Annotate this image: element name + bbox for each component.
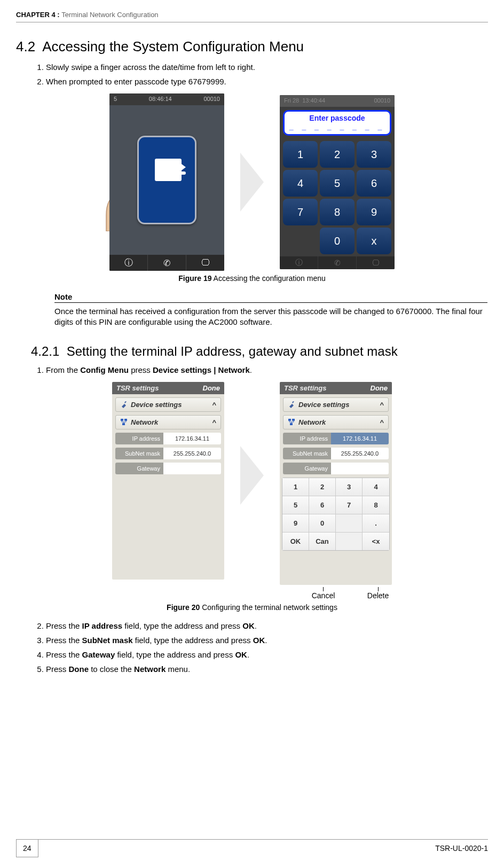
step-1: Slowly swipe a finger across the date/ti… — [46, 62, 488, 72]
section-4-2-heading: 4.2 Accessing the System Configuration M… — [16, 38, 488, 55]
step-421-2: Press the IP address field, type the add… — [46, 621, 488, 630]
key-9[interactable]: 9 — [357, 199, 391, 225]
svg-marker-3 — [240, 153, 264, 212]
ip-value-left[interactable]: 172.16.34.11 — [163, 433, 221, 444]
ip-value-right[interactable]: 172.16.34.11 — [331, 433, 389, 444]
nk-blank1: . — [336, 514, 363, 533]
delete-label: Delete — [367, 591, 389, 600]
passcode-device: Fri 28 13:40:44 00010 Enter passcode _ _… — [280, 95, 395, 269]
nk-6[interactable]: 6 — [309, 496, 336, 514]
nk-8[interactable]: 8 — [363, 496, 389, 514]
info-icon[interactable]: ⓘ — [109, 255, 148, 271]
chapter-prefix: CHAPTER 4 : — [16, 11, 61, 19]
header-rule — [16, 22, 488, 22]
numeric-keypad: 1 2 3 4 5 6 7 8 9 0 . . OK Can . — [282, 478, 390, 551]
ip-row-left[interactable]: IP address 172.16.34.11 — [115, 433, 221, 444]
phone-icon[interactable]: ✆ — [148, 255, 186, 271]
keypad: 1 2 3 4 5 6 7 8 9 0 x — [280, 139, 395, 256]
subnet-row-right[interactable]: SubNet mask 255.255.240.0 — [283, 448, 389, 459]
passcode-title: Enter passcode — [285, 114, 390, 122]
svg-rect-6 — [122, 423, 125, 425]
gateway-row-left[interactable]: Gateway — [115, 463, 221, 474]
nk-4[interactable]: 4 — [363, 478, 389, 496]
key-1[interactable]: 1 — [283, 141, 318, 168]
nk-blank2: . — [336, 533, 363, 550]
keypad-annotations: Cancel Delete — [280, 587, 392, 600]
top-left: 5 — [114, 96, 117, 103]
settings-titlebar-right: TSR settings Done — [280, 382, 392, 394]
gateway-row-right[interactable]: Gateway — [283, 463, 389, 474]
key-x[interactable]: x — [357, 228, 391, 254]
figure-20: TSR settings Done Device settings^ Netwo… — [16, 382, 488, 600]
network-panel-right[interactable]: Network^ — [283, 415, 389, 429]
step-421-4: Press the Gateway field, type the addres… — [46, 650, 488, 659]
nk-9[interactable]: 9 — [282, 514, 309, 533]
subnet-row-left[interactable]: SubNet mask 255.255.240.0 — [115, 448, 221, 459]
sub-title: Setting the terminal IP address, gateway… — [67, 344, 398, 358]
svg-marker-7 — [240, 446, 264, 505]
note-rule — [54, 302, 487, 303]
page-footer: 24 TSR-UL-0020-1 — [16, 835, 488, 857]
section-title: Accessing the System Configuration Menu — [42, 38, 304, 54]
key-8[interactable]: 8 — [320, 199, 355, 225]
key-3[interactable]: 3 — [357, 141, 391, 168]
svg-rect-9 — [292, 419, 295, 421]
nk-3[interactable]: 3 — [336, 478, 363, 496]
chevron-right-icon — [240, 153, 264, 212]
network-panel-left[interactable]: Network^ — [115, 415, 221, 429]
page-number: 24 — [16, 840, 38, 857]
nk-5[interactable]: 5 — [282, 496, 309, 514]
key-2[interactable]: 2 — [320, 141, 355, 168]
nk-2[interactable]: 2 — [309, 478, 336, 496]
passcode-dashes: _ _ _ _ _ _ _ _ — [285, 122, 390, 131]
nk-7[interactable]: 7 — [336, 496, 363, 514]
pc-info-icon: ⓘ — [280, 256, 318, 269]
nk-del[interactable]: <x — [363, 533, 389, 550]
figure-19: 5 08:46:14 00010 ⓘ ✆ 🖵 — [16, 93, 488, 271]
top-right: 00010 — [203, 96, 220, 103]
step-421-5: Press Done to close the Network menu. — [46, 664, 488, 674]
device-home-body — [109, 105, 224, 255]
settings-titlebar-left: TSR settings Done — [112, 382, 224, 394]
nk-ok[interactable]: OK — [282, 533, 309, 550]
nk-0[interactable]: 0 — [309, 514, 336, 533]
svg-rect-5 — [124, 419, 127, 421]
key-0[interactable]: 0 — [320, 228, 355, 254]
section-num: 4.2 — [16, 38, 35, 54]
sn-value-left[interactable]: 255.255.240.0 — [163, 448, 221, 459]
chevron-right-icon-2 — [240, 446, 264, 505]
figure-19-caption: Figure 19 Accessing the configuration me… — [16, 274, 488, 283]
settings-frame-right: TSR settings Done Device settings^ Netwo… — [280, 382, 392, 585]
monitor-icon[interactable]: 🖵 — [186, 255, 224, 271]
note-body: Once the terminal has received a configu… — [54, 306, 487, 328]
pc-top-right: 00010 — [374, 97, 390, 105]
chapter-header: CHAPTER 4 : Terminal Network Configurati… — [16, 11, 488, 19]
cancel-label: Cancel — [312, 591, 335, 600]
gw-value-left[interactable] — [163, 463, 221, 474]
key-4[interactable]: 4 — [283, 170, 318, 197]
fig19-bold: Figure 19 — [178, 274, 211, 283]
device-topbar: 5 08:46:14 00010 — [109, 93, 224, 105]
nk-dot[interactable]: . — [363, 514, 389, 533]
device-settings-panel-right[interactable]: Device settings^ — [283, 397, 389, 412]
done-button-right[interactable]: Done — [371, 384, 388, 392]
sn-label: SubNet mask — [115, 448, 163, 459]
home-screen-device: 5 08:46:14 00010 ⓘ ✆ 🖵 — [109, 93, 224, 271]
done-button-left[interactable]: Done — [203, 384, 220, 392]
key-6[interactable]: 6 — [357, 170, 391, 197]
key-5[interactable]: 5 — [320, 170, 355, 197]
nk-1[interactable]: 1 — [282, 478, 309, 496]
pc-phone-icon: ✆ — [318, 256, 357, 269]
gw-value-right[interactable] — [331, 463, 389, 474]
device-settings-panel-left[interactable]: Device settings^ — [115, 397, 221, 412]
fig19-rest: Accessing the configuration menu — [212, 274, 326, 283]
sn-value-right[interactable]: 255.255.240.0 — [331, 448, 389, 459]
nk-can[interactable]: Can — [309, 533, 336, 550]
top-time: 08:46:14 — [149, 96, 172, 103]
step-421-3: Press the SubNet mask field, type the ad… — [46, 636, 488, 645]
pc-monitor-icon: 🖵 — [357, 256, 395, 269]
pc-top-left: Fri 28 13:40:44 — [284, 97, 325, 105]
key-7[interactable]: 7 — [283, 199, 318, 225]
ip-row-right[interactable]: IP address 172.16.34.11 — [283, 433, 389, 444]
chapter-title: Terminal Network Configuration — [61, 11, 158, 19]
